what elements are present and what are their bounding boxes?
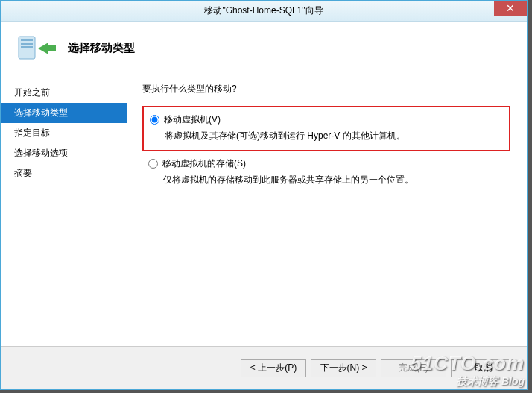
svg-rect-2	[21, 43, 33, 45]
wizard-footer: < 上一步(P) 下一步(N) > 完成(F) 取消	[1, 346, 527, 389]
next-button[interactable]: 下一步(N) >	[311, 359, 376, 377]
option-move-storage-wrap: 移动虚拟机的存储(S) 仅将虚拟机的存储移动到此服务器或共享存储上的另一个位置。	[142, 157, 510, 194]
option-move-vm-desc: 将虚拟机及其存储(可选)移动到运行 Hyper-V 的其他计算机。	[165, 129, 501, 142]
nav-select-move-options[interactable]: 选择移动选项	[1, 143, 127, 163]
prev-button[interactable]: < 上一步(P)	[241, 359, 306, 377]
question-text: 要执行什么类型的移动?	[142, 83, 510, 95]
close-icon: ✕	[506, 2, 515, 14]
nav-before-start[interactable]: 开始之前	[1, 83, 127, 103]
wizard-header: 选择移动类型	[1, 22, 527, 75]
titlebar: 移动"Ghost-Home-SQL1"向导 ✕	[1, 1, 527, 22]
option-move-vm[interactable]: 移动虚拟机(V)	[150, 113, 501, 126]
wizard-window: 移动"Ghost-Home-SQL1"向导 ✕ 选择移动类型 开始之前 选择移动…	[0, 0, 528, 390]
page-title: 选择移动类型	[68, 41, 135, 55]
content-panel: 要执行什么类型的移动? 移动虚拟机(V) 将虚拟机及其存储(可选)移动到运行 H…	[127, 75, 527, 344]
nav-specify-target[interactable]: 指定目标	[1, 123, 127, 143]
finish-button: 完成(F)	[381, 359, 446, 377]
radio-move-vm[interactable]	[150, 115, 159, 125]
option-move-vm-highlight: 移动虚拟机(V) 将虚拟机及其存储(可选)移动到运行 Hyper-V 的其他计算…	[142, 106, 510, 151]
wizard-icon	[16, 28, 57, 69]
close-button[interactable]: ✕	[494, 1, 527, 16]
cancel-button[interactable]: 取消	[451, 359, 516, 377]
window-title: 移动"Ghost-Home-SQL1"向导	[204, 4, 323, 17]
sidebar: 开始之前 选择移动类型 指定目标 选择移动选项 摘要	[1, 75, 127, 344]
svg-rect-3	[21, 46, 33, 48]
wizard-body: 开始之前 选择移动类型 指定目标 选择移动选项 摘要 要执行什么类型的移动? 移…	[1, 75, 527, 344]
option-move-storage-desc: 仅将虚拟机的存储移动到此服务器或共享存储上的另一个位置。	[163, 173, 503, 186]
nav-summary[interactable]: 摘要	[1, 163, 127, 183]
svg-rect-1	[21, 39, 33, 41]
option-move-vm-label: 移动虚拟机(V)	[164, 113, 221, 126]
nav-select-move-type[interactable]: 选择移动类型	[1, 103, 127, 123]
radio-move-storage[interactable]	[148, 159, 158, 169]
svg-marker-4	[38, 43, 56, 54]
option-move-storage[interactable]: 移动虚拟机的存储(S)	[148, 157, 503, 170]
option-move-storage-label: 移动虚拟机的存储(S)	[162, 157, 246, 170]
